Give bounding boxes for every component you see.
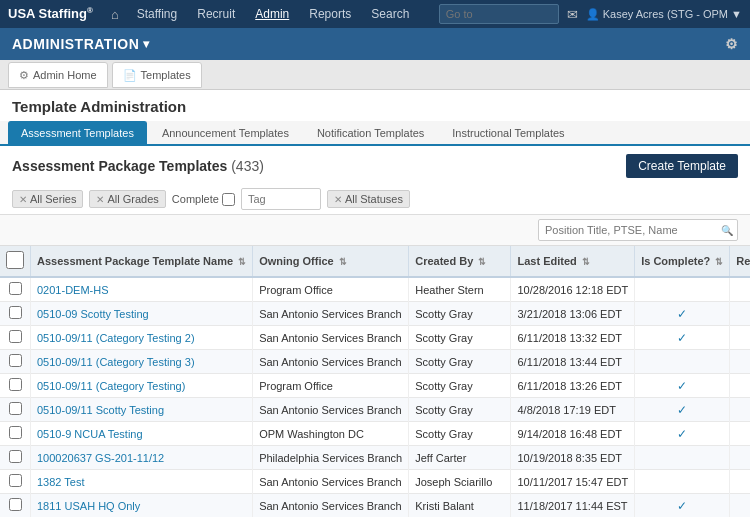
row-last-edited-cell: 6/11/2018 13:44 EDT <box>511 350 635 374</box>
filter-row: ✕ All Series ✕ All Grades Complete ✕ All… <box>0 184 750 215</box>
table-row: 0510-09 Scotty TestingSan Antonio Servic… <box>0 302 750 326</box>
row-checkbox-cell <box>0 277 31 302</box>
filter-all-statuses[interactable]: ✕ All Statuses <box>327 190 410 208</box>
filter-x-grades-icon[interactable]: ✕ <box>96 194 104 205</box>
row-is-complete-cell: ✓ <box>635 374 730 398</box>
th-name[interactable]: Assessment Package Template Name ⇅ <box>31 246 253 277</box>
th-last-edited[interactable]: Last Edited ⇅ <box>511 246 635 277</box>
th-created-by[interactable]: Created By ⇅ <box>409 246 511 277</box>
admin-header: ADMINISTRATION ▾ ⚙ <box>0 28 750 60</box>
filter-complete-label: Complete <box>172 193 219 205</box>
sort-complete-icon: ⇅ <box>715 257 723 267</box>
table-row: 0510-09/11 (Category Testing 3)San Anton… <box>0 350 750 374</box>
template-name-link[interactable]: 0201-DEM-HS <box>37 284 109 296</box>
row-checkbox[interactable] <box>9 474 22 487</box>
user-info[interactable]: 👤 Kasey Acres (STG - OPM ▼ <box>586 8 742 21</box>
admin-header-chevron-icon[interactable]: ▾ <box>143 37 150 51</box>
table-row: 0510-09/11 Scotty TestingSan Antonio Ser… <box>0 398 750 422</box>
nav-recruit[interactable]: Recruit <box>187 0 245 28</box>
nav-search[interactable]: Search <box>361 0 419 28</box>
admin-header-label: ADMINISTRATION <box>12 36 139 52</box>
filter-all-series[interactable]: ✕ All Series <box>12 190 83 208</box>
row-checkbox[interactable] <box>9 354 22 367</box>
row-is-complete-cell <box>635 470 730 494</box>
table-row: 0510-09/11 (Category Testing)Program Off… <box>0 374 750 398</box>
row-checkbox[interactable] <box>9 450 22 463</box>
template-name-link[interactable]: 1811 USAH HQ Only <box>37 500 140 512</box>
template-name-link[interactable]: 100020637 GS-201-11/12 <box>37 452 164 464</box>
admin-settings-icon[interactable]: ⚙ <box>725 36 739 52</box>
row-retired-cell <box>730 277 750 302</box>
template-search-input[interactable] <box>538 219 738 241</box>
user-label: Kasey Acres (STG - OPM <box>603 8 728 20</box>
row-name-cell: 100020637 GS-201-11/12 <box>31 446 253 470</box>
filter-all-grades[interactable]: ✕ All Grades <box>89 190 165 208</box>
sub-tab-instructional[interactable]: Instructional Templates <box>439 121 577 144</box>
sub-tab-announcement[interactable]: Announcement Templates <box>149 121 302 144</box>
template-name-link[interactable]: 0510-09/11 (Category Testing 2) <box>37 332 195 344</box>
filter-x-statuses-icon[interactable]: ✕ <box>334 194 342 205</box>
template-name-link[interactable]: 0510-09/11 (Category Testing 3) <box>37 356 195 368</box>
row-is-complete-cell: ✓ <box>635 326 730 350</box>
row-checkbox[interactable] <box>9 402 22 415</box>
row-checkbox[interactable] <box>9 330 22 343</box>
row-checkbox-cell <box>0 446 31 470</box>
filter-x-series-icon[interactable]: ✕ <box>19 194 27 205</box>
row-checkbox[interactable] <box>9 498 22 511</box>
select-all-checkbox[interactable] <box>6 251 24 269</box>
row-is-complete-cell <box>635 277 730 302</box>
template-name-link[interactable]: 0510-9 NCUA Testing <box>37 428 143 440</box>
nav-staffing[interactable]: Staffing <box>127 0 187 28</box>
top-navigation: USA Staffing® ⌂ Staffing Recruit Admin R… <box>0 0 750 28</box>
page-header-area: Template Administration <box>0 90 750 115</box>
app-title-sup: ® <box>87 6 93 15</box>
row-retired-cell <box>730 470 750 494</box>
app-logo: USA Staffing® <box>8 6 93 21</box>
row-checkbox-cell <box>0 422 31 446</box>
row-checkbox[interactable] <box>9 426 22 439</box>
row-created-by-cell: Scotty Gray <box>409 422 511 446</box>
sub-tab-notification[interactable]: Notification Templates <box>304 121 437 144</box>
row-checkbox[interactable] <box>9 378 22 391</box>
row-created-by-cell: Kristi Balant <box>409 494 511 518</box>
th-created-by-label: Created By <box>415 255 473 267</box>
table-row: 1382 TestSan Antonio Services BranchJose… <box>0 470 750 494</box>
global-search-input[interactable] <box>439 4 559 24</box>
home-icon[interactable]: ⌂ <box>111 7 119 22</box>
row-created-by-cell: Scotty Gray <box>409 374 511 398</box>
th-retired[interactable]: Retired ⇅ <box>730 246 750 277</box>
row-is-complete-cell: ✓ <box>635 398 730 422</box>
filter-tag-input[interactable] <box>241 188 321 210</box>
user-arrow-icon: ▼ <box>731 8 742 20</box>
row-is-complete-cell: ✓ <box>635 422 730 446</box>
row-office-cell: San Antonio Services Branch <box>253 350 409 374</box>
mail-icon[interactable]: ✉ <box>567 7 578 22</box>
template-name-link[interactable]: 0510-09/11 (Category Testing) <box>37 380 185 392</box>
admin-home-tab-label: Admin Home <box>33 62 97 88</box>
complete-checkmark-icon: ✓ <box>677 427 687 441</box>
row-retired-cell <box>730 446 750 470</box>
row-is-complete-cell: ✓ <box>635 494 730 518</box>
row-retired-cell <box>730 398 750 422</box>
breadcrumb-tab-admin-home[interactable]: ⚙ Admin Home <box>8 62 108 88</box>
templates-table: Assessment Package Template Name ⇅ Ownin… <box>0 246 750 517</box>
template-name-link[interactable]: 1382 Test <box>37 476 85 488</box>
th-is-complete[interactable]: Is Complete? ⇅ <box>635 246 730 277</box>
row-created-by-cell: Scotty Gray <box>409 398 511 422</box>
row-retired-cell <box>730 374 750 398</box>
templates-tab-label: Templates <box>141 62 191 88</box>
template-name-link[interactable]: 0510-09 Scotty Testing <box>37 308 149 320</box>
sub-tab-assessment[interactable]: Assessment Templates <box>8 121 147 144</box>
row-checkbox-cell <box>0 470 31 494</box>
nav-admin[interactable]: Admin <box>245 0 299 28</box>
nav-reports[interactable]: Reports <box>299 0 361 28</box>
table-row: 0201-DEM-HSProgram OfficeHeather Stern10… <box>0 277 750 302</box>
template-name-link[interactable]: 0510-09/11 Scotty Testing <box>37 404 164 416</box>
row-last-edited-cell: 6/11/2018 13:32 EDT <box>511 326 635 350</box>
breadcrumb-tab-templates[interactable]: 📄 Templates <box>112 62 202 88</box>
row-checkbox[interactable] <box>9 306 22 319</box>
row-checkbox[interactable] <box>9 282 22 295</box>
th-office[interactable]: Owning Office ⇅ <box>253 246 409 277</box>
create-template-button[interactable]: Create Template <box>626 154 738 178</box>
filter-complete-checkbox[interactable] <box>222 193 235 206</box>
